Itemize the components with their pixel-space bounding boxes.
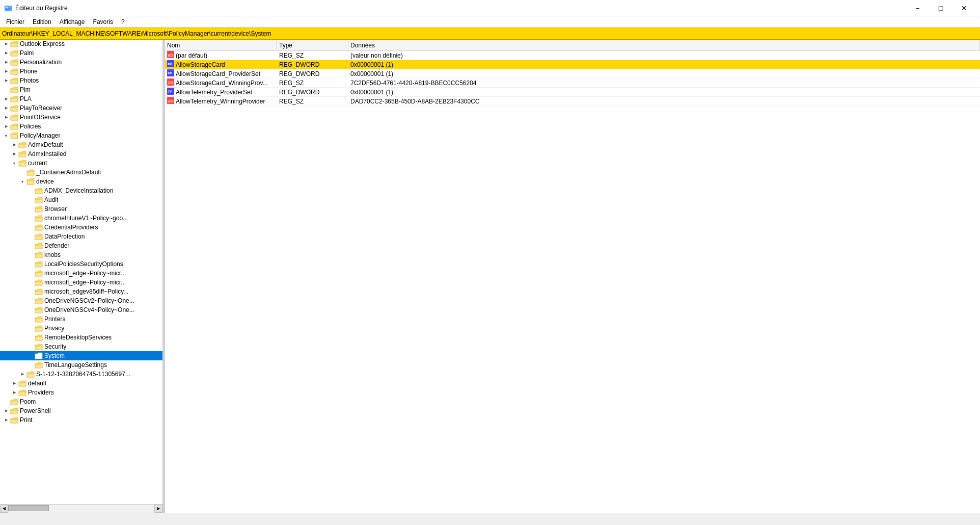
scroll-track[interactable] (8, 505, 154, 513)
tree-item[interactable]: device (0, 177, 162, 186)
tree-expand-icon[interactable] (18, 168, 26, 176)
tree-item[interactable]: knobs (0, 250, 162, 259)
tree-expand-icon[interactable] (26, 324, 35, 332)
minimize-button[interactable]: − (906, 0, 929, 16)
tree-expand-icon[interactable] (2, 398, 10, 406)
tree-expand-icon[interactable] (10, 379, 18, 387)
tree-item[interactable]: LocalPoliciesSecurityOptions (0, 259, 162, 269)
tree-hscrollbar[interactable]: ◀ ▶ (0, 504, 162, 512)
tree-item[interactable]: Defender (0, 241, 162, 250)
tree-expand-icon[interactable] (26, 205, 35, 213)
tree-expand-icon[interactable] (26, 315, 35, 323)
tree-expand-icon[interactable] (18, 177, 26, 186)
table-row[interactable]: ##AllowStorageCardREG_DWORD0x00000001 (1… (165, 60, 980, 69)
col-header-type[interactable]: Type (277, 40, 348, 50)
tree-item[interactable]: PolicyManager (0, 131, 162, 140)
scroll-thumb[interactable] (8, 505, 49, 511)
tree-expand-icon[interactable] (2, 95, 10, 103)
tree-expand-icon[interactable] (26, 361, 35, 369)
tree-item[interactable]: DataProtection (0, 232, 162, 241)
tree-item[interactable]: PowerShell (0, 406, 162, 415)
tree-expand-icon[interactable] (2, 49, 10, 57)
tree-expand-icon[interactable] (2, 132, 10, 140)
tree-item[interactable]: microsoft_edgev85diff~Policy... (0, 287, 162, 296)
tree-expand-icon[interactable] (26, 260, 35, 268)
tree-item[interactable]: PointOfService (0, 113, 162, 122)
tree-item[interactable]: PlayToReceiver (0, 103, 162, 113)
tree-expand-icon[interactable] (26, 287, 35, 296)
tree-item[interactable]: Privacy (0, 324, 162, 333)
tree-item[interactable]: Printers (0, 314, 162, 324)
tree-expand-icon[interactable] (2, 58, 10, 66)
tree-expand-icon[interactable] (26, 196, 35, 204)
tree-item[interactable]: OneDriveNGSCv2~Policy~One... (0, 296, 162, 305)
tree-item[interactable]: Outlook Express (0, 40, 162, 48)
tree-item[interactable]: Palm (0, 48, 162, 58)
tree-expand-icon[interactable] (26, 333, 35, 342)
tree-item[interactable]: microsoft_edge~Policy~micr... (0, 269, 162, 278)
tree-expand-icon[interactable] (10, 159, 18, 167)
tree-expand-icon[interactable] (10, 388, 18, 397)
tree-expand-icon[interactable] (2, 76, 10, 85)
table-row[interactable]: abAllowTelemetry_WinningProviderREG_SZDA… (165, 97, 980, 106)
tree-expand-icon[interactable] (26, 269, 35, 277)
scroll-left-button[interactable]: ◀ (0, 505, 8, 513)
tree-item[interactable]: OneDriveNGSCv4~Policy~One... (0, 305, 162, 314)
scroll-right-button[interactable]: ▶ (154, 505, 162, 513)
tree-item[interactable]: TimeLanguageSettings (0, 360, 162, 370)
tree-expand-icon[interactable] (2, 407, 10, 415)
tree-expand-icon[interactable] (18, 370, 26, 378)
tree-item[interactable]: Poom (0, 397, 162, 406)
tree-expand-icon[interactable] (26, 223, 35, 231)
tree-expand-icon[interactable] (26, 232, 35, 241)
tree-expand-icon[interactable] (26, 352, 35, 360)
tree-item[interactable]: Pim (0, 85, 162, 94)
table-row[interactable]: abAllowStorageCard_WinningProv...REG_SZ7… (165, 78, 980, 88)
tree-expand-icon[interactable] (10, 141, 18, 149)
tree-item[interactable]: microsoft_edge~Policy~micr... (0, 278, 162, 287)
table-row[interactable]: ##AllowStorageCard_ProviderSetREG_DWORD0… (165, 69, 980, 78)
tree-item[interactable]: ADMX_DeviceInstallation (0, 186, 162, 195)
tree-item[interactable]: Security (0, 342, 162, 351)
table-body[interactable]: ab(par défaut)REG_SZ(valeur non définie)… (165, 51, 980, 513)
table-row[interactable]: ab(par défaut)REG_SZ(valeur non définie) (165, 51, 980, 60)
tree-item[interactable]: Policies (0, 122, 162, 131)
tree-item[interactable]: Photos (0, 76, 162, 85)
tree-item[interactable]: Browser (0, 204, 162, 214)
tree-expand-icon[interactable] (2, 416, 10, 424)
maximize-button[interactable]: □ (929, 0, 952, 16)
tree-expand-icon[interactable] (26, 343, 35, 351)
tree-item[interactable]: PLA (0, 94, 162, 103)
col-header-nom[interactable]: Nom (165, 40, 277, 50)
tree-expand-icon[interactable] (26, 187, 35, 195)
tree-item[interactable]: _ContainerAdmxDefault (0, 168, 162, 177)
tree-item[interactable]: System (0, 351, 162, 360)
tree-expand-icon[interactable] (26, 242, 35, 250)
tree-item[interactable]: Personalization (0, 58, 162, 67)
tree-item[interactable]: Audit (0, 195, 162, 204)
tree-scroll[interactable]: Outlook Express Palm Personalization Pho… (0, 40, 162, 512)
tree-expand-icon[interactable] (26, 297, 35, 305)
tree-expand-icon[interactable] (10, 150, 18, 158)
tree-item[interactable]: S-1-12-1-3282064745-11305697... (0, 370, 162, 379)
close-button[interactable]: ✕ (952, 0, 976, 16)
tree-expand-icon[interactable] (2, 67, 10, 75)
menu-help[interactable]: ? (117, 17, 129, 27)
tree-expand-icon[interactable] (26, 306, 35, 314)
tree-expand-icon[interactable] (26, 278, 35, 286)
menu-fichier[interactable]: Fichier (2, 17, 29, 27)
tree-item[interactable]: Print (0, 415, 162, 425)
tree-item[interactable]: chromeIntuneV1~Policy~goo... (0, 214, 162, 223)
tree-expand-icon[interactable] (2, 113, 10, 121)
tree-item[interactable]: Providers (0, 388, 162, 397)
tree-expand-icon[interactable] (2, 86, 10, 94)
col-header-donnees[interactable]: Données (348, 40, 980, 50)
tree-item[interactable]: Phone (0, 67, 162, 76)
tree-item[interactable]: RemoteDesktopServices (0, 333, 162, 342)
tree-item[interactable]: default (0, 379, 162, 388)
tree-item[interactable]: current (0, 159, 162, 168)
tree-item[interactable]: AdmxInstalled (0, 149, 162, 159)
table-row[interactable]: ##AllowTelemetry_ProviderSetREG_DWORD0x0… (165, 88, 980, 97)
menu-edition[interactable]: Edition (29, 17, 56, 27)
tree-expand-icon[interactable] (26, 214, 35, 222)
